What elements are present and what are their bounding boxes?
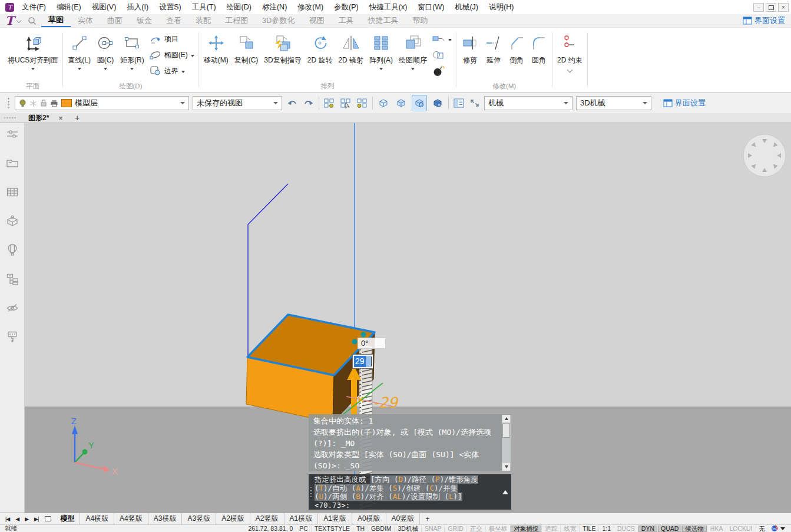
- ribbon-tab-5[interactable]: 装配: [188, 14, 218, 27]
- ribbon-button-draworder[interactable]: 绘图顺序: [396, 31, 430, 71]
- layer-states-button[interactable]: [323, 95, 336, 111]
- ribbon-button-ucs-align[interactable]: 将UCS对齐到面: [5, 31, 61, 71]
- toolbar-grip[interactable]: [7, 97, 10, 109]
- ribbon-tab-1[interactable]: 实体: [71, 14, 100, 27]
- status-toggle-19[interactable]: HKA: [707, 526, 726, 532]
- ribbon-tab-10[interactable]: 快捷工具: [361, 14, 406, 27]
- layer-select-button[interactable]: [339, 95, 352, 111]
- ribbon-button-copy[interactable]: 复制(C): [231, 31, 262, 66]
- height-input[interactable]: 29: [352, 354, 373, 369]
- ribbon-tab-3[interactable]: 钣金: [130, 14, 159, 27]
- scroll-down-button[interactable]: [502, 463, 510, 471]
- menu-item-10[interactable]: 快捷工具(x): [364, 2, 413, 12]
- menu-item-7[interactable]: 标注(N): [257, 2, 292, 12]
- sheet-tab-9[interactable]: A0横版: [352, 513, 386, 524]
- ribbon-small-button-boundary[interactable]: 边界: [150, 64, 194, 78]
- ribbon-small-button-matchprop[interactable]: [432, 32, 452, 46]
- command-input[interactable]: 指定挤出高度或 [方向 (D)/路径 (P)/锥形角度(T)/自动 (A)/差集…: [309, 474, 511, 510]
- collapse-command-icon[interactable]: [502, 490, 508, 494]
- angle-input[interactable]: 0°: [358, 338, 386, 349]
- status-expand-caret[interactable]: [780, 527, 785, 530]
- scroll-up-button[interactable]: [502, 415, 510, 422]
- sheet-tab-4[interactable]: A3竖版: [182, 513, 216, 524]
- wireframe-view-button[interactable]: [376, 95, 390, 111]
- grip-point[interactable]: [361, 332, 366, 338]
- menu-item-12[interactable]: 机械(J): [449, 2, 484, 12]
- sheet-tab-10[interactable]: A0竖版: [386, 513, 421, 524]
- ribbon-button-mirror[interactable]: 2D 镜射: [335, 31, 366, 66]
- sheet-tab-6[interactable]: A2竖版: [250, 513, 284, 524]
- menu-item-0[interactable]: 文件(F): [16, 2, 51, 12]
- globe-icon[interactable]: [771, 525, 778, 532]
- ribbon-tab-0[interactable]: 草图: [41, 14, 71, 27]
- app-logo[interactable]: T: [5, 14, 14, 27]
- status-toggle-8[interactable]: 正交: [466, 526, 485, 532]
- sheet-tab-0[interactable]: 模型: [55, 513, 80, 524]
- status-toggle-17[interactable]: QUAD: [657, 526, 681, 532]
- command-input-grip[interactable]: [310, 486, 312, 498]
- minimize-button[interactable]: –: [753, 3, 764, 12]
- ribbon-button-trim[interactable]: 修剪: [458, 31, 482, 66]
- menu-item-5[interactable]: 工具(T): [187, 2, 221, 12]
- status-toggle-1[interactable]: PC: [296, 526, 311, 532]
- restore-button[interactable]: [766, 3, 776, 12]
- structure-tree-button[interactable]: [6, 272, 19, 285]
- ui-settings-button-toolbar[interactable]: 界面设置: [657, 98, 711, 108]
- style-combo[interactable]: 机械: [484, 96, 572, 110]
- viewport[interactable]: -29 Z Y X 0° 29: [25, 123, 791, 513]
- sheet-tab-2[interactable]: A4竖版: [114, 513, 148, 524]
- sheet-nav-0[interactable]: |◀: [2, 516, 12, 522]
- material-paint-button[interactable]: [6, 330, 19, 343]
- status-toggle-3[interactable]: TH: [353, 526, 368, 532]
- sheet-nav-2[interactable]: ▶: [22, 516, 31, 522]
- command-scrollbar[interactable]: [502, 415, 511, 471]
- add-sheet-button[interactable]: +: [420, 515, 435, 523]
- ribbon-tab-2[interactable]: 曲面: [100, 14, 130, 27]
- close-tab-button[interactable]: ×: [52, 114, 69, 123]
- ribbon-tab-8[interactable]: 视图: [302, 14, 332, 27]
- status-toggle-13[interactable]: TILE: [579, 526, 598, 532]
- properties-filter-button[interactable]: [6, 128, 19, 141]
- menu-item-13[interactable]: 说明(H): [484, 2, 519, 12]
- document-tab-active[interactable]: 图形2*: [21, 113, 52, 123]
- status-toggle-6[interactable]: SNAP: [421, 526, 445, 532]
- menu-item-4[interactable]: 设置S): [154, 2, 187, 12]
- redo-button[interactable]: [302, 95, 315, 111]
- properties-panel-button[interactable]: [452, 95, 465, 111]
- file-browser-button[interactable]: [6, 157, 19, 170]
- component-library-button[interactable]: [6, 214, 19, 227]
- ribbon-button-array[interactable]: 阵列(A): [366, 31, 396, 71]
- layer-color-swatch[interactable]: [61, 99, 72, 107]
- ribbon-small-button-ellipse[interactable]: 椭圆(E): [150, 48, 194, 62]
- tabbar-grip[interactable]: [4, 117, 16, 119]
- ribbon-small-button-explode-bomb[interactable]: [432, 64, 452, 78]
- menu-item-11[interactable]: 窗口(W): [412, 2, 449, 12]
- status-toggle-16[interactable]: DYN: [638, 526, 657, 532]
- ribbon-tab-4[interactable]: 查看: [159, 14, 188, 27]
- menu-item-2[interactable]: 视图(V): [87, 2, 122, 12]
- fullscreen-button[interactable]: [469, 95, 481, 111]
- ribbon-button-move[interactable]: 移动(M): [201, 31, 231, 66]
- menu-item-9[interactable]: 参数(P): [329, 2, 364, 12]
- sheet-tab-1[interactable]: A4横版: [80, 513, 114, 524]
- status-toggle-11[interactable]: 追踪: [541, 526, 560, 532]
- ribbon-tab-7[interactable]: 3D参数化: [255, 14, 302, 27]
- menu-item-1[interactable]: 编辑(E): [51, 2, 87, 12]
- sheet-tab-3[interactable]: A3横版: [148, 513, 183, 524]
- shaded-view-button-selected[interactable]: [412, 95, 427, 111]
- ui-settings-button-top[interactable]: 界面设置: [737, 14, 791, 27]
- menu-item-8[interactable]: 修改(M): [292, 2, 329, 12]
- navigation-wheel[interactable]: [743, 134, 786, 177]
- sheet-nav-3[interactable]: ▶|: [31, 516, 41, 522]
- ribbon-button-chamfer[interactable]: 倒角: [505, 31, 528, 66]
- search-button[interactable]: [28, 14, 37, 27]
- status-toggle-7[interactable]: GRID: [444, 526, 466, 532]
- ribbon-tab-9[interactable]: 工具: [332, 14, 361, 27]
- sheet-tab-7[interactable]: A1横版: [284, 513, 319, 524]
- ribbon-button-constraint[interactable]: 2D 约束: [554, 31, 585, 72]
- status-toggle-18[interactable]: 候选物: [681, 526, 707, 532]
- table-panel-button[interactable]: [6, 186, 19, 199]
- status-toggle-21[interactable]: 无: [756, 526, 769, 532]
- sheet-tab-8[interactable]: A1竖版: [318, 513, 352, 524]
- ribbon-button-copy3d[interactable]: 3D复制指导: [261, 31, 304, 66]
